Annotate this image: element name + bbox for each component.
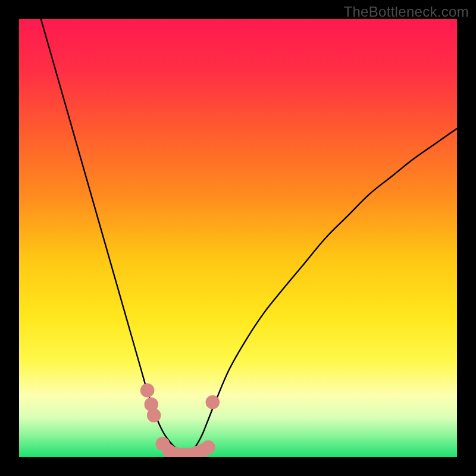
marker-point — [140, 383, 155, 397]
gradient-background — [19, 19, 457, 457]
marker-point — [147, 408, 161, 422]
plot-area — [19, 19, 457, 457]
watermark-text: TheBottleneck.com — [343, 4, 469, 20]
marker-point — [206, 395, 220, 409]
chart-svg — [19, 19, 457, 457]
marker-point — [201, 440, 215, 455]
chart-frame: TheBottleneck.com — [0, 0, 476, 476]
